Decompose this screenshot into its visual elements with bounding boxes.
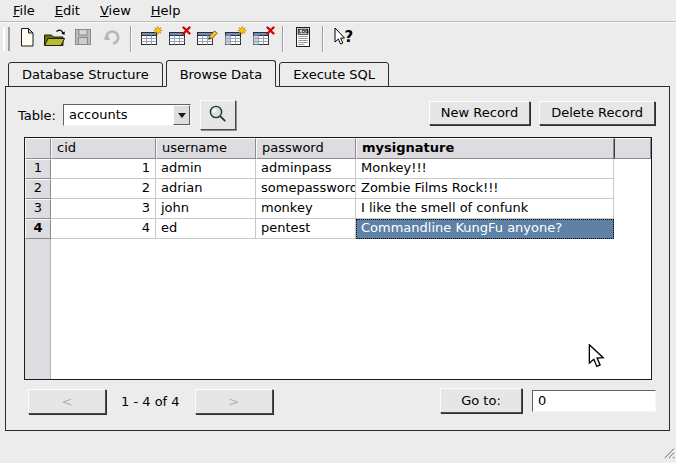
row-filler (614, 159, 651, 179)
tab-browse-data[interactable]: Browse Data (166, 60, 277, 87)
table-row: 1 1 admin adminpass Monkey!!! (25, 159, 651, 179)
whats-this-button[interactable]: ? (329, 25, 357, 53)
menu-help[interactable]: Help (141, 1, 191, 21)
grid-background (51, 239, 651, 379)
record-range-label: 1 - 4 of 4 (121, 394, 180, 409)
delete-table-icon (168, 26, 191, 51)
modify-table-button[interactable] (193, 25, 221, 53)
row-header-filler (25, 239, 51, 379)
tab-bar: Database Structure Browse Data Execute S… (0, 57, 676, 87)
revert-changes-icon (100, 26, 122, 51)
goto-record-input[interactable] (532, 390, 656, 412)
create-index-icon (224, 26, 247, 51)
search-button[interactable] (200, 100, 236, 130)
delete-record-button[interactable]: Delete Record (539, 101, 655, 125)
cell[interactable]: 4 (51, 219, 156, 239)
save-database-button[interactable] (69, 25, 97, 53)
row-filler (614, 199, 651, 219)
cell[interactable]: admin (156, 159, 256, 179)
toolbar-separator (130, 26, 132, 52)
delete-index-button[interactable] (249, 25, 277, 53)
grid-header-filler (614, 138, 651, 159)
record-buttons: New Record Delete Record (429, 101, 655, 125)
column-header-cid[interactable]: cid (51, 138, 156, 159)
row-filler (614, 179, 651, 199)
cell[interactable]: 1 (51, 159, 156, 179)
row-header-2[interactable]: 2 (25, 179, 51, 199)
delete-table-button[interactable] (165, 25, 193, 53)
open-database-icon (42, 26, 68, 51)
table-select[interactable]: accounts (63, 104, 191, 126)
pagination: < 1 - 4 of 4 > (28, 389, 273, 414)
toolbar-separator (282, 26, 284, 52)
table-row: 4 4 ed pentest Commandline KungFu anyone… (25, 219, 651, 239)
create-index-button[interactable] (221, 25, 249, 53)
cell[interactable]: adminpass (256, 159, 356, 179)
row-header-3[interactable]: 3 (25, 199, 51, 219)
menu-file[interactable]: File (3, 1, 45, 21)
menu-edit[interactable]: Edit (45, 1, 90, 21)
create-table-button[interactable] (137, 25, 165, 53)
menu-bar: File Edit View Help (0, 0, 676, 22)
browse-data-pane: Table: accounts New Record Delete Record… (5, 86, 670, 431)
new-database-button[interactable] (13, 25, 41, 53)
cell[interactable]: I like the smell of confunk (356, 199, 614, 219)
table-selector-row: Table: accounts (18, 100, 236, 130)
cell[interactable]: pentest (256, 219, 356, 239)
modify-table-icon (196, 26, 219, 51)
create-table-icon (140, 26, 163, 51)
whats-this-icon: ? (331, 26, 356, 51)
cell[interactable]: john (156, 199, 256, 219)
svg-text:?: ? (344, 28, 353, 46)
table-select-value: accounts (64, 105, 173, 125)
cell[interactable]: somepassword (256, 179, 356, 199)
cell[interactable]: ed (156, 219, 256, 239)
tab-execute-sql[interactable]: Execute SQL (279, 62, 389, 87)
table-row: 2 2 adrian somepassword Zombie Films Roc… (25, 179, 651, 199)
cell[interactable]: Commandline KungFu anyone? (356, 219, 614, 239)
column-header-mysignature[interactable]: mysignature (356, 138, 614, 159)
cell[interactable]: 2 (51, 179, 156, 199)
new-record-button[interactable]: New Record (429, 101, 530, 125)
open-database-button[interactable] (41, 25, 69, 53)
toolbar: LOG ? (0, 22, 676, 55)
log-icon: LOG (293, 26, 313, 51)
grid-header-row: cid username password mysignature (25, 138, 651, 159)
grid-empty-area (25, 239, 651, 379)
search-icon (207, 103, 229, 128)
save-database-icon (72, 26, 94, 51)
cell[interactable]: 3 (51, 199, 156, 219)
row-header-1[interactable]: 1 (25, 159, 51, 179)
cell[interactable]: monkey (256, 199, 356, 219)
delete-index-icon (252, 26, 275, 51)
goto-controls: Go to: (440, 388, 656, 413)
grid-corner-cell (25, 138, 51, 159)
tab-database-structure[interactable]: Database Structure (8, 62, 163, 87)
data-grid: cid username password mysignature 1 1 ad… (24, 137, 652, 380)
log-button[interactable]: LOG (289, 25, 317, 53)
row-filler (614, 219, 651, 239)
cell[interactable]: adrian (156, 179, 256, 199)
table-select-dropdown-button[interactable] (173, 105, 190, 125)
menu-view[interactable]: View (90, 1, 141, 21)
resize-grip-icon[interactable] (661, 445, 675, 462)
toolbar-drag-handle[interactable] (3, 27, 10, 51)
row-header-4[interactable]: 4 (25, 219, 51, 239)
cell[interactable]: Zombie Films Rock!!! (356, 179, 614, 199)
next-page-button[interactable]: > (195, 389, 273, 414)
column-header-password[interactable]: password (256, 138, 356, 159)
column-header-username[interactable]: username (156, 138, 256, 159)
new-database-icon (16, 26, 38, 51)
chevron-down-icon (178, 113, 186, 118)
table-row: 3 3 john monkey I like the smell of conf… (25, 199, 651, 219)
previous-page-button[interactable]: < (28, 389, 106, 414)
svg-text:LOG: LOG (299, 29, 309, 34)
cell[interactable]: Monkey!!! (356, 159, 614, 179)
revert-changes-button[interactable] (97, 25, 125, 53)
goto-button[interactable]: Go to: (440, 388, 522, 413)
table-label: Table: (18, 108, 56, 123)
toolbar-separator (322, 26, 324, 52)
